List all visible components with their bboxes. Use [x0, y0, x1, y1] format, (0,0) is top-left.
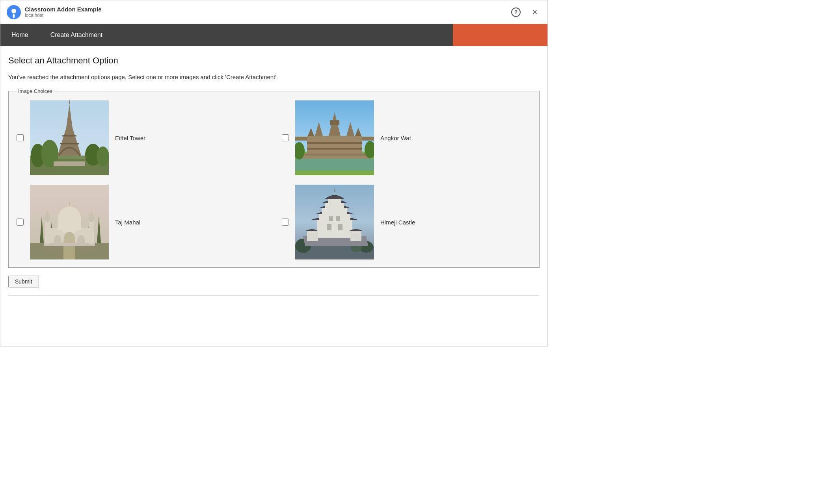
image-option-angkor: Angkor Wat — [282, 100, 531, 175]
svg-rect-66 — [307, 231, 318, 241]
himeji-label: Himeji Castle — [380, 219, 415, 226]
page-title: Select an Attachment Option — [8, 56, 540, 66]
svg-rect-42 — [58, 220, 81, 230]
app-name: Classroom Addon Example — [25, 6, 102, 13]
svg-rect-67 — [350, 231, 361, 241]
app-icon — [7, 5, 21, 19]
nav-bar: Home Create Attachment — [0, 24, 547, 46]
svg-rect-62 — [327, 224, 331, 230]
submit-section: Submit — [8, 276, 540, 287]
svg-rect-13 — [54, 161, 85, 166]
svg-rect-40 — [44, 243, 95, 246]
svg-rect-60 — [328, 199, 341, 204]
image-grid: Eiffel Tower — [17, 100, 531, 259]
help-icon: ? — [511, 7, 521, 17]
page-description: You've reached the attachment options pa… — [8, 74, 540, 80]
submit-button[interactable]: Submit — [8, 276, 39, 287]
svg-rect-17 — [307, 136, 362, 156]
image-choices-fieldset: Image Choices — [8, 88, 540, 268]
title-bar-left: Classroom Addon Example localhost — [7, 5, 102, 19]
svg-point-1 — [11, 9, 16, 13]
checkbox-angkor[interactable] — [282, 134, 289, 141]
app-subtitle: localhost — [25, 13, 102, 18]
image-option-taj: Taj Mahal — [17, 185, 266, 259]
himeji-castle-image — [295, 185, 374, 259]
nav-create-attachment[interactable]: Create Attachment — [39, 24, 114, 46]
svg-point-45 — [45, 214, 50, 222]
svg-point-48 — [89, 214, 94, 222]
checkbox-eiffel[interactable] — [17, 134, 24, 141]
app-title-group: Classroom Addon Example localhost — [25, 6, 102, 18]
svg-rect-29 — [362, 137, 374, 141]
image-choices-legend: Image Choices — [17, 88, 54, 94]
svg-rect-19 — [330, 120, 339, 125]
nav-accent-block — [453, 24, 547, 46]
nav-home[interactable]: Home — [0, 24, 39, 46]
title-bar: Classroom Addon Example localhost ? × — [0, 0, 547, 24]
help-button[interactable]: ? — [510, 6, 522, 19]
checkbox-himeji[interactable] — [282, 219, 289, 226]
svg-rect-65 — [336, 216, 340, 221]
bottom-divider — [8, 295, 540, 296]
eiffel-tower-image — [30, 100, 109, 175]
svg-point-8 — [97, 146, 109, 166]
main-content: Select an Attachment Option You've reach… — [0, 46, 547, 305]
svg-rect-24 — [307, 142, 362, 144]
checkbox-taj[interactable] — [17, 219, 24, 226]
svg-rect-28 — [295, 137, 307, 141]
close-button[interactable]: × — [529, 6, 541, 19]
taj-mahal-image — [30, 185, 109, 259]
svg-rect-16 — [295, 159, 374, 170]
svg-rect-56 — [317, 220, 352, 238]
svg-rect-64 — [329, 216, 333, 221]
eiffel-label: Eiffel Tower — [115, 135, 145, 141]
svg-rect-63 — [338, 224, 342, 230]
angkor-wat-image — [295, 100, 374, 175]
close-icon: × — [532, 7, 538, 17]
svg-rect-27 — [299, 156, 370, 159]
taj-label: Taj Mahal — [115, 219, 140, 226]
image-option-himeji: Himeji Castle — [282, 185, 531, 259]
svg-rect-25 — [307, 148, 362, 150]
image-option-eiffel: Eiffel Tower — [17, 100, 266, 175]
angkor-label: Angkor Wat — [380, 135, 411, 141]
title-bar-right: ? × — [510, 6, 541, 19]
